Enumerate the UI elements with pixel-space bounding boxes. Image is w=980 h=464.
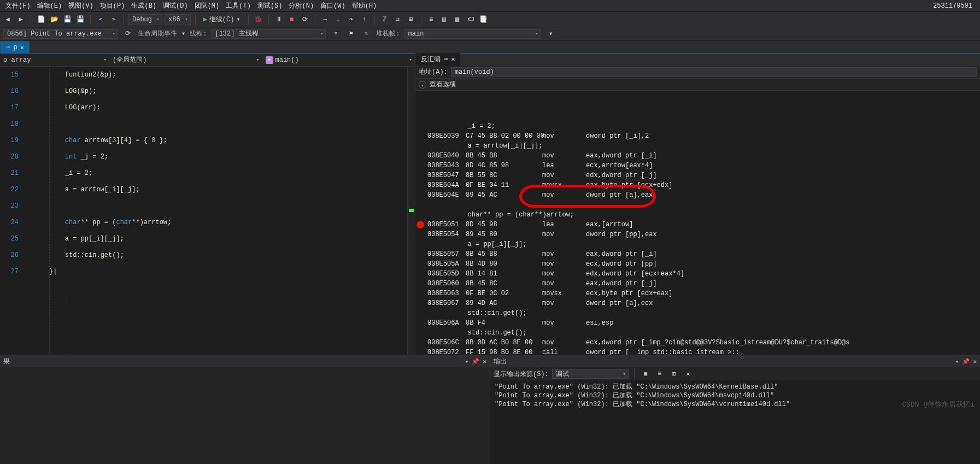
menu-analyze[interactable]: 分析(N) <box>285 0 317 11</box>
scope-project[interactable]: o array <box>0 54 109 66</box>
step-next-icon[interactable]: → <box>320 14 331 25</box>
watermark: CSDN @伴你永居我忆i <box>902 400 975 409</box>
scope-scope[interactable]: (全局范围) <box>109 54 262 66</box>
menu-help[interactable]: 帮助(H) <box>349 0 380 11</box>
menu-project[interactable]: 项目(P) <box>97 0 128 11</box>
refresh-icon[interactable]: ⟳ <box>122 28 133 39</box>
menu-view[interactable]: 视图(V) <box>65 0 97 11</box>
menu-test[interactable]: 测试(S) <box>254 0 286 11</box>
config-combo[interactable]: Debug <box>128 14 162 25</box>
tool-icon[interactable]: ≡ <box>654 368 665 379</box>
threads-icon[interactable]: ≈ <box>361 28 372 39</box>
tool-icon[interactable]: ≣ <box>640 368 651 379</box>
redo-icon[interactable]: ↷ <box>108 14 119 25</box>
scope-function-label: main() <box>275 56 299 64</box>
tool-icon[interactable]: ⊞ <box>406 14 416 25</box>
document-tab[interactable]: ⊸ p ✕ <box>0 41 30 53</box>
pin-icon[interactable]: ⊸ <box>444 55 448 63</box>
separator <box>248 15 249 25</box>
panel-title-bar: 果 ▾ 📌 ✕ <box>0 355 490 367</box>
chev-up-icon[interactable]: ▾ <box>465 358 469 365</box>
chevron-down-icon[interactable]: ⌄ <box>419 81 426 89</box>
debug-icon[interactable]: 🐞 <box>253 14 264 25</box>
separator <box>124 15 124 25</box>
tool-icon[interactable]: ⇄ <box>392 14 403 25</box>
menu-edit[interactable]: 编辑(E) <box>34 0 66 11</box>
close-icon[interactable]: ✕ <box>20 44 24 51</box>
menu-debug[interactable]: 调试(D) <box>160 0 191 11</box>
tool-icon[interactable]: ▾ <box>545 28 556 39</box>
tool-icon[interactable]: ℤ <box>379 14 390 25</box>
menu-team[interactable]: 团队(M) <box>191 0 223 11</box>
tool-icon[interactable]: 📑 <box>478 14 489 25</box>
panel-title-bar: 输出 ▾ 📌 ✕ <box>490 355 980 367</box>
undo-icon[interactable]: ↶ <box>95 14 106 25</box>
separator <box>90 15 91 25</box>
document-tab-label: p <box>13 44 17 51</box>
address-label: 地址(A): <box>419 67 448 77</box>
play-icon: ▶ <box>203 15 207 24</box>
debug-location-toolbar: 0856] Point To array.exe ⟳ 生命周期事件▾ 线程: [… <box>0 27 980 40</box>
menu-build[interactable]: 生成(B) <box>128 0 160 11</box>
panel-title-label: 果 <box>3 357 10 366</box>
open-file-icon[interactable]: 📂 <box>49 14 60 25</box>
pin-icon[interactable]: 📌 <box>472 358 479 365</box>
pin-icon[interactable]: 📌 <box>962 358 970 365</box>
menu-window[interactable]: 窗口(W) <box>317 0 349 11</box>
main-toolbar: ◀ ▶ 📄 📂 💾 💾 ↶ ↷ Debug x86 ▶继续(C) ▾ 🐞 ⏸ ■… <box>0 12 980 27</box>
output-toolbar: 显示输出来源(S): 调试 ≣ ≡ ⊞ ✕ <box>490 367 980 380</box>
thread-combo[interactable]: [132] 主线程 <box>211 29 326 39</box>
separator <box>268 15 269 25</box>
disassembly-tab-strip: 反汇编 ⊸ ✕ <box>415 54 980 66</box>
pause-icon[interactable]: ⏸ <box>273 14 284 25</box>
continue-label: 继续(C) <box>209 15 234 24</box>
clear-icon[interactable]: ✕ <box>683 368 694 379</box>
stack-frame-combo[interactable]: main <box>404 29 541 39</box>
address-input[interactable] <box>451 67 977 77</box>
restart-icon[interactable]: ⟳ <box>300 14 310 25</box>
step-into-icon[interactable]: ↓ <box>333 14 344 25</box>
filter-icon[interactable]: ▿ <box>330 28 341 39</box>
menu-file[interactable]: 文件(F) <box>2 0 34 11</box>
close-icon[interactable]: ✕ <box>451 55 455 63</box>
output-source-combo[interactable]: 调试 <box>552 369 629 379</box>
save-icon[interactable]: 💾 <box>62 14 73 25</box>
step-over-icon[interactable]: ↷ <box>346 14 357 25</box>
flag-icon[interactable]: ⚑ <box>345 28 356 39</box>
output-source-label: 显示输出来源(S): <box>494 369 549 379</box>
back-icon[interactable]: ◀ <box>2 14 13 25</box>
view-options-label[interactable]: 查看选项 <box>430 80 456 89</box>
step-out-icon[interactable]: ↑ <box>359 14 370 25</box>
forward-icon[interactable]: ▶ <box>15 14 26 25</box>
new-file-icon[interactable]: 📄 <box>36 14 46 25</box>
disassembly-tab-label: 反汇编 <box>421 55 441 64</box>
disassembly-address-bar: 地址(A): <box>415 66 980 79</box>
tool-icon[interactable]: ▦ <box>452 14 463 25</box>
menu-bar: 文件(F) 编辑(E) 视图(V) 项目(P) 生成(B) 调试(D) 团队(M… <box>0 0 980 12</box>
close-panel-icon[interactable]: ✕ <box>483 358 486 365</box>
separator <box>634 369 635 379</box>
separator <box>195 15 196 25</box>
user-id: 2531179501 <box>933 2 978 10</box>
scope-function[interactable]: ⬘main() <box>262 54 415 66</box>
separator <box>315 15 315 25</box>
close-panel-icon[interactable]: ✕ <box>973 358 977 365</box>
tool-icon[interactable]: ▤ <box>439 14 450 25</box>
tool-icon[interactable]: ⊞ <box>668 368 679 379</box>
stop-icon[interactable]: ■ <box>286 14 297 25</box>
output-panel: 输出 ▾ 📌 ✕ 显示输出来源(S): 调试 ≣ ≡ ⊞ ✕ "Point To… <box>490 355 980 464</box>
separator <box>374 15 375 25</box>
continue-button[interactable]: ▶继续(C) ▾ <box>200 14 244 25</box>
bookmark-icon[interactable]: 🏷 <box>465 14 476 25</box>
separator <box>421 15 421 25</box>
output-text[interactable]: "Point To array.exe" (Win32): 已加载 "C:\Wi… <box>490 380 980 464</box>
disassembly-tab[interactable]: 反汇编 ⊸ ✕ <box>415 53 460 66</box>
separator <box>31 15 31 25</box>
tool-icon[interactable]: ≡ <box>426 14 437 25</box>
platform-combo[interactable]: x86 <box>165 14 191 25</box>
chev-up-icon[interactable]: ▾ <box>955 358 959 365</box>
menu-tools[interactable]: 工具(T) <box>222 0 254 11</box>
bottom-panels: 果 ▾ 📌 ✕ 输出 ▾ 📌 ✕ 显示输出来源(S): 调试 ≣ ≡ ⊞ ✕ <box>0 355 980 464</box>
process-combo[interactable]: 0856] Point To array.exe <box>3 29 118 39</box>
save-all-icon[interactable]: 💾 <box>75 14 86 25</box>
